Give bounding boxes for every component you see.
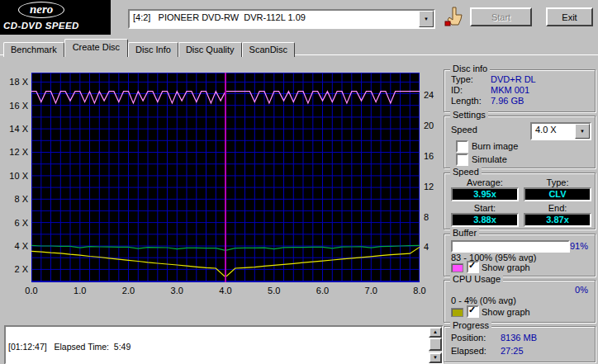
- axis-tick-label: 6.0: [311, 286, 335, 295]
- axis-tick-label: 10 X: [4, 171, 28, 181]
- cpu-range-text: 0 - 4% (0% avg): [451, 295, 516, 305]
- axis-tick-label: 12 X: [4, 147, 28, 157]
- disc-type-value: DVD+R DL: [491, 74, 536, 84]
- disc-id-label: ID:: [451, 85, 463, 95]
- axis-tick-label: 4: [424, 242, 429, 252]
- disc-id-value: MKM 001: [491, 85, 529, 95]
- chart-canvas: [31, 73, 420, 282]
- scrollbar-thumb[interactable]: [429, 338, 442, 351]
- axis-tick-label: 12: [424, 182, 434, 191]
- position-value: 8136 MB: [501, 333, 537, 343]
- cpu-show-graph-checkbox[interactable]: ✓: [467, 305, 479, 318]
- cpu-graph-swatch: [451, 308, 463, 317]
- buffer-show-graph-checkbox[interactable]: ✓: [467, 261, 479, 273]
- hand-cursor-icon: [444, 17, 465, 30]
- axis-tick-label: 14 X: [4, 124, 28, 134]
- log-line: [01:12:47] Elapsed Time: 5:49: [8, 343, 427, 352]
- burn-image-checkbox[interactable]: ✓: [456, 140, 468, 153]
- cpu-show-graph-label: Show graph: [482, 307, 530, 317]
- tab-bar: BenchmarkCreate DiscDisc InfoDisc Qualit…: [3, 39, 295, 55]
- nero-cd-dvd-speed-window: nero CD-DVD SPEED [4:2] PIONEER DVD-RW D…: [0, 0, 598, 364]
- axis-tick-label: 1.0: [69, 286, 92, 295]
- disc-length-label: Length:: [451, 96, 482, 106]
- speed-panel-title: Speed: [450, 167, 482, 177]
- speed-select-combobox[interactable]: 4.0 X ▼: [530, 122, 591, 140]
- disc-length-value: 7.96 GB: [491, 96, 524, 106]
- progress-title: Progress: [450, 320, 491, 331]
- status-log[interactable]: [01:12:47] Elapsed Time: 5:49 [01:37:21]…: [4, 325, 444, 364]
- simulate-checkbox[interactable]: ✓: [456, 154, 468, 166]
- chevron-down-icon[interactable]: ▼: [575, 124, 590, 139]
- start-button[interactable]: Start: [470, 7, 532, 26]
- tab-disc-info[interactable]: Disc Info: [128, 42, 178, 57]
- scroll-up-icon[interactable]: ▲: [429, 327, 442, 338]
- axis-tick-label: 2.0: [117, 286, 140, 295]
- buffer-progress-bar: [451, 240, 570, 253]
- elapsed-label: Elapsed:: [451, 346, 486, 356]
- buffer-range-text: 83 - 100% (95% avg): [451, 253, 536, 262]
- start-speed-value: 3.88x: [451, 213, 519, 227]
- axis-tick-label: 3.0: [165, 286, 188, 295]
- position-label: Position:: [451, 333, 486, 343]
- nero-logo: nero CD-DVD SPEED: [0, 0, 111, 35]
- axis-tick-label: 0.0: [20, 286, 43, 295]
- average-speed-value: 3.95x: [451, 187, 519, 201]
- tab-disc-quality[interactable]: Disc Quality: [178, 42, 242, 57]
- speed-select-value: 4.0 X: [532, 124, 575, 139]
- axis-tick-label: 6 X: [4, 218, 28, 228]
- scroll-down-icon[interactable]: ▼: [429, 352, 442, 363]
- drive-select-combobox[interactable]: [4:2] PIONEER DVD-RW DVR-112L 1.09 ▼: [128, 9, 435, 29]
- check-icon: ✓: [468, 260, 476, 271]
- buffer-show-graph-label: Show graph: [482, 262, 530, 272]
- axis-tick-label: 8 X: [4, 194, 28, 204]
- exit-button[interactable]: Exit: [546, 7, 593, 26]
- axis-tick-label: 18 X: [4, 77, 28, 87]
- eject-hand-button[interactable]: [443, 6, 466, 29]
- cpu-percent: 0%: [575, 285, 588, 295]
- axis-tick-label: 2 X: [4, 264, 28, 274]
- buffer-percent: 91%: [570, 241, 588, 251]
- start-speed-label: Start:: [451, 203, 519, 213]
- axis-tick-label: 8.0: [408, 286, 431, 295]
- disc-info-panel: Disc info Type: DVD+R DL ID: MKM 001 Len…: [444, 69, 596, 112]
- axis-tick-label: 5.0: [263, 286, 286, 295]
- axis-tick-label: 8: [424, 212, 429, 222]
- tab-benchmark[interactable]: Benchmark: [3, 42, 64, 57]
- buffer-graph-swatch: [451, 263, 463, 272]
- speed-chart: 18 X16 X14 X12 X10 X8 X6 X4 X2 X24201612…: [4, 64, 440, 305]
- average-label: Average:: [451, 177, 519, 187]
- axis-tick-label: 16: [424, 151, 434, 161]
- burn-image-label: Burn image: [472, 141, 518, 151]
- buffer-panel: Buffer 91% 83 - 100% (95% avg) ✓ Show gr…: [444, 234, 596, 277]
- tab-create-disc[interactable]: Create Disc: [64, 39, 128, 57]
- axis-tick-label: 4 X: [4, 241, 28, 251]
- cpu-usage-panel: CPU Usage 0% 0 - 4% (0% avg) ✓ Show grap…: [444, 280, 596, 323]
- chart-plot-area: [31, 73, 420, 282]
- simulate-label: Simulate: [472, 154, 507, 164]
- speed-setting-label: Speed: [451, 125, 477, 135]
- axis-tick-label: 4.0: [214, 286, 237, 295]
- disc-info-title: Disc info: [450, 64, 490, 74]
- drive-select-value: [4:2] PIONEER DVD-RW DVR-112L 1.09: [130, 11, 419, 27]
- check-icon: ✓: [468, 305, 476, 315]
- cd-dvd-speed-logo-text: CD-DVD SPEED: [3, 21, 79, 31]
- settings-panel: Settings Speed 4.0 X ▼ ✓ Burn image ✓ Si…: [444, 116, 596, 168]
- elapsed-value: 27:25: [501, 346, 524, 356]
- cpu-usage-title: CPU Usage: [450, 274, 503, 285]
- chevron-down-icon[interactable]: ▼: [419, 11, 434, 27]
- axis-tick-label: 16 X: [4, 101, 28, 111]
- axis-tick-label: 24: [424, 90, 434, 100]
- end-speed-value: 3.87x: [524, 213, 591, 227]
- settings-title: Settings: [450, 110, 488, 121]
- end-speed-label: End:: [524, 203, 591, 213]
- type-label: Type:: [524, 177, 591, 187]
- status-log-lines: [01:12:47] Elapsed Time: 5:49 [01:37:21]…: [8, 328, 427, 362]
- axis-tick-label: 7.0: [359, 286, 382, 295]
- buffer-title: Buffer: [450, 228, 479, 239]
- disc-type-label: Type:: [451, 74, 473, 84]
- axis-tick-label: 20: [424, 121, 434, 130]
- log-scrollbar[interactable]: ▲ ▼: [429, 327, 442, 363]
- tab-scandisc[interactable]: ScanDisc: [242, 42, 295, 57]
- speed-type-value: CLV: [524, 187, 591, 201]
- speed-panel: Speed Average: Type: 3.95x CLV Start: En…: [444, 173, 596, 229]
